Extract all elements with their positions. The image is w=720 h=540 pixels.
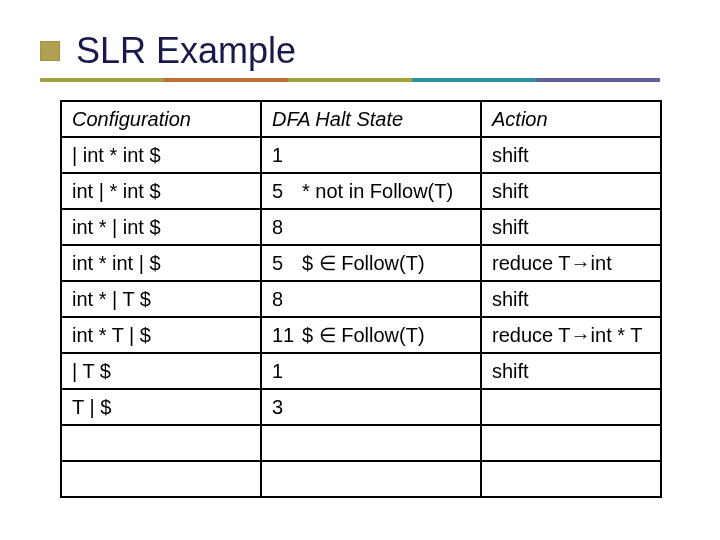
cell-config (61, 461, 261, 497)
cell-config: int * | T $ (61, 281, 261, 317)
cell-state (261, 461, 481, 497)
cell-state: 8 (261, 281, 481, 317)
cell-action: reduce T→int * T (481, 317, 661, 353)
cell-config (61, 425, 261, 461)
cell-action (481, 461, 661, 497)
cell-action: shift (481, 209, 661, 245)
col-dfa-halt-state: DFA Halt State (261, 101, 481, 137)
cell-action (481, 425, 661, 461)
cell-action: shift (481, 281, 661, 317)
cell-config: T | $ (61, 389, 261, 425)
table-row: | int * int $ 1 shift (61, 137, 661, 173)
col-action: Action (481, 101, 661, 137)
cell-config: int * T | $ (61, 317, 261, 353)
table-row: int * | T $ 8 shift (61, 281, 661, 317)
cell-state: 8 (261, 209, 481, 245)
cell-action (481, 389, 661, 425)
slide-title: SLR Example (76, 30, 296, 72)
cell-action: shift (481, 353, 661, 389)
title-row: SLR Example (40, 30, 670, 72)
slide: SLR Example Configuration DFA Halt State… (0, 0, 720, 540)
table-row: int | * int $ 5* not in Follow(T) shift (61, 173, 661, 209)
table-header-row: Configuration DFA Halt State Action (61, 101, 661, 137)
cell-state: 1 (261, 137, 481, 173)
table-row: int * T | $ 11$ ∈ Follow(T) reduce T→int… (61, 317, 661, 353)
table-row: int * | int $ 8 shift (61, 209, 661, 245)
title-bullet-icon (40, 41, 60, 61)
cell-config: | int * int $ (61, 137, 261, 173)
cell-config: int * | int $ (61, 209, 261, 245)
cell-action: reduce T→int (481, 245, 661, 281)
table-row (61, 461, 661, 497)
cell-state: 3 (261, 389, 481, 425)
cell-state: 11$ ∈ Follow(T) (261, 317, 481, 353)
col-configuration: Configuration (61, 101, 261, 137)
table-row: | T $ 1 shift (61, 353, 661, 389)
cell-state: 1 (261, 353, 481, 389)
cell-config: int * int | $ (61, 245, 261, 281)
cell-state: 5* not in Follow(T) (261, 173, 481, 209)
cell-action: shift (481, 137, 661, 173)
title-underline (40, 78, 660, 82)
parse-table: Configuration DFA Halt State Action | in… (60, 100, 662, 498)
table-row: int * int | $ 5$ ∈ Follow(T) reduce T→in… (61, 245, 661, 281)
cell-config: int | * int $ (61, 173, 261, 209)
cell-state (261, 425, 481, 461)
cell-action: shift (481, 173, 661, 209)
cell-config: | T $ (61, 353, 261, 389)
table-row: T | $ 3 (61, 389, 661, 425)
table-row (61, 425, 661, 461)
cell-state: 5$ ∈ Follow(T) (261, 245, 481, 281)
